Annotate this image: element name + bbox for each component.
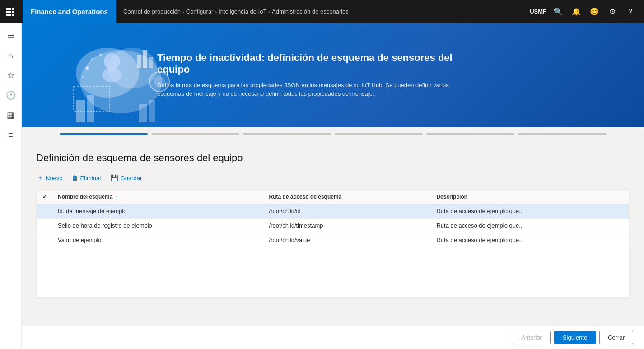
- svg-rect-17: [149, 100, 155, 122]
- main-content: Tiempo de inactividad: definición de esq…: [22, 23, 644, 349]
- hero-description: Defina la ruta de esquema para las propi…: [157, 81, 451, 98]
- row-desc-0: Ruta de acceso de ejemplo que...: [431, 204, 629, 219]
- hero-banner: Tiempo de inactividad: definición de esq…: [22, 23, 644, 127]
- save-icon: 💾: [111, 174, 118, 181]
- col-path-label: Ruta de acceso de esquema: [269, 194, 342, 200]
- sidebar-grid-icon[interactable]: ▦: [2, 106, 20, 124]
- sidebar-menu-icon[interactable]: ☰: [2, 27, 20, 45]
- trash-icon: 🗑: [72, 174, 78, 181]
- breadcrumb-item-2[interactable]: Configurar: [186, 8, 214, 15]
- breadcrumb-item-4: Administración de escenarios: [272, 8, 349, 15]
- sidebar: ☰ ⌂ ☆ 🕐 ▦ ≡: [0, 23, 22, 349]
- progress-step-6[interactable]: [518, 133, 606, 135]
- save-label: Guardar: [121, 175, 142, 181]
- svg-rect-16: [139, 104, 147, 122]
- sidebar-home-icon[interactable]: ⌂: [2, 47, 20, 65]
- new-label: Nuevo: [46, 175, 63, 181]
- siguiente-button[interactable]: Siguiente: [554, 331, 596, 344]
- breadcrumb-item-1[interactable]: Control de producción: [123, 8, 181, 15]
- cerrar-button[interactable]: Cerrar: [599, 331, 633, 344]
- table-header-row: ✓ Nombre del esquema ↑ Ruta de acceso de…: [37, 190, 629, 204]
- breadcrumb-sep-1: ›: [182, 9, 184, 14]
- sidebar-star-icon[interactable]: ☆: [2, 66, 20, 84]
- svg-rect-15: [87, 95, 94, 122]
- svg-rect-8: [12, 14, 14, 16]
- row-check-2[interactable]: [37, 233, 53, 247]
- app-brand: Finance and Operations: [23, 0, 116, 23]
- svg-rect-6: [6, 14, 9, 16]
- svg-rect-21: [137, 55, 141, 68]
- toolbar: ＋ Nuevo 🗑 Eliminar 💾 Guardar: [36, 172, 630, 184]
- svg-rect-3: [6, 11, 9, 13]
- plus-icon: ＋: [37, 174, 43, 182]
- search-icon[interactable]: 🔍: [550, 4, 566, 20]
- progress-step-1[interactable]: [60, 133, 148, 135]
- row-name-0: Id. de mensaje de ejemplo: [52, 204, 264, 219]
- user-icon[interactable]: 😊: [586, 4, 602, 20]
- col-path-header[interactable]: Ruta de acceso de esquema: [264, 190, 431, 204]
- svg-rect-1: [9, 8, 11, 10]
- page-body: Definición de esquema de sensores del eq…: [22, 141, 644, 326]
- svg-rect-2: [12, 8, 14, 10]
- sidebar-recent-icon[interactable]: 🕐: [2, 86, 20, 104]
- save-button[interactable]: 💾 Guardar: [110, 172, 143, 183]
- breadcrumb-sep-2: ›: [215, 9, 217, 14]
- col-desc-header[interactable]: Descripción: [431, 190, 629, 204]
- hero-title: Tiempo de inactividad: definición de esq…: [157, 52, 473, 75]
- delete-button[interactable]: 🗑 Eliminar: [71, 172, 103, 183]
- svg-point-13: [102, 68, 122, 82]
- row-path-1: /root/child/timestamp: [264, 219, 431, 233]
- svg-rect-23: [149, 57, 153, 68]
- help-icon[interactable]: ?: [622, 4, 639, 20]
- progress-step-4[interactable]: [335, 133, 423, 135]
- row-desc-2: Ruta de acceso de ejemplo que...: [431, 233, 629, 247]
- check-icon: ✓: [42, 194, 47, 200]
- topnav: Finance and Operations Control de produc…: [0, 0, 644, 23]
- row-check-0[interactable]: [37, 204, 53, 219]
- row-name-2: Valor de ejemplo: [52, 233, 264, 247]
- breadcrumb-sep-3: ›: [268, 9, 270, 14]
- waffle-menu[interactable]: [5, 5, 18, 18]
- breadcrumb: Control de producción › Configurar › Int…: [123, 8, 523, 15]
- row-path-2: /root/child/value: [264, 233, 431, 247]
- svg-point-12: [104, 53, 120, 70]
- svg-rect-5: [12, 11, 14, 13]
- footer: Anterior Siguiente Cerrar: [22, 326, 644, 349]
- anterior-button[interactable]: Anterior: [513, 331, 551, 344]
- notification-icon[interactable]: 🔔: [568, 4, 584, 20]
- table-row[interactable]: Id. de mensaje de ejemplo /root/child/id…: [37, 204, 629, 219]
- table-container: ✓ Nombre del esquema ↑ Ruta de acceso de…: [36, 189, 630, 298]
- sort-icon: ↑: [116, 194, 118, 200]
- main-layout: ☰ ⌂ ☆ 🕐 ▦ ≡: [0, 23, 644, 349]
- row-desc-1: Ruta de acceso de ejemplo que...: [431, 219, 629, 233]
- topnav-actions: USMF 🔍 🔔 😊 ⚙ ?: [530, 4, 639, 20]
- row-path-0: /root/child/id: [264, 204, 431, 219]
- progress-step-2[interactable]: [151, 133, 239, 135]
- svg-rect-4: [9, 11, 11, 13]
- progress-step-3[interactable]: [243, 133, 331, 135]
- breadcrumb-item-3[interactable]: Inteligencia de IoT: [219, 8, 266, 15]
- section-title: Definición de esquema de sensores del eq…: [36, 152, 630, 164]
- sidebar-list-icon[interactable]: ≡: [2, 126, 20, 144]
- svg-rect-7: [9, 14, 11, 16]
- svg-rect-22: [143, 50, 147, 68]
- hero-text: Tiempo de inactividad: definición de esq…: [157, 52, 473, 98]
- row-check-1[interactable]: [37, 219, 53, 233]
- table-row[interactable]: Sello de hora de registro de ejemplo /ro…: [37, 219, 629, 233]
- row-name-1: Sello de hora de registro de ejemplo: [52, 219, 264, 233]
- col-desc-label: Descripción: [436, 194, 467, 200]
- settings-icon[interactable]: ⚙: [604, 4, 621, 20]
- progress-step-5[interactable]: [426, 133, 514, 135]
- svg-rect-0: [6, 8, 9, 10]
- svg-point-27: [82, 76, 84, 78]
- hero-illustration: [49, 28, 175, 127]
- new-button[interactable]: ＋ Nuevo: [36, 172, 64, 184]
- delete-label: Eliminar: [80, 175, 102, 181]
- schema-table: ✓ Nombre del esquema ↑ Ruta de acceso de…: [37, 190, 629, 247]
- col-name-header[interactable]: Nombre del esquema ↑: [52, 190, 264, 204]
- progress-steps: [22, 127, 644, 141]
- col-check: ✓: [37, 190, 53, 204]
- col-name-label: Nombre del esquema: [58, 194, 112, 200]
- user-label: USMF: [530, 8, 546, 15]
- table-row[interactable]: Valor de ejemplo /root/child/value Ruta …: [37, 233, 629, 247]
